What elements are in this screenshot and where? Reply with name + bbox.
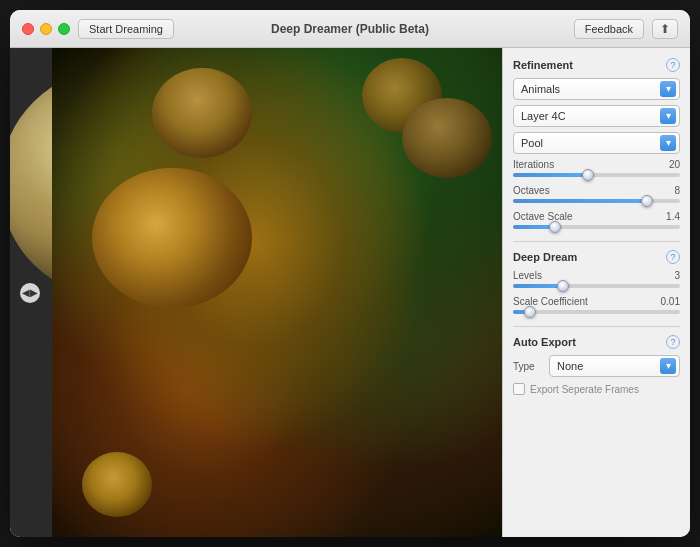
app-window: Start Dreaming Deep Dreamer (Public Beta…: [10, 10, 690, 537]
auto-export-header: Auto Export ?: [513, 335, 680, 349]
scale-coeff-label: Scale Coefficient: [513, 296, 588, 307]
iterations-value: 20: [669, 159, 680, 170]
deep-dream-help-icon[interactable]: ?: [666, 250, 680, 264]
type-select-container: None: [549, 355, 680, 377]
levels-track: [513, 284, 680, 288]
scale-coeff-value: 0.01: [661, 296, 680, 307]
levels-label: Levels: [513, 270, 542, 281]
feedback-button[interactable]: Feedback: [574, 19, 644, 39]
dog-face-1: [92, 168, 252, 308]
octave-scale-label-row: Octave Scale 1.4: [513, 211, 680, 222]
titlebar-left: Start Dreaming: [22, 19, 174, 39]
octave-scale-label: Octave Scale: [513, 211, 572, 222]
pool-select[interactable]: Pool: [513, 132, 680, 154]
dream-image: [52, 48, 502, 537]
export-frames-label: Export Seperate Frames: [530, 384, 639, 395]
maximize-button[interactable]: [58, 23, 70, 35]
pool-select-wrapper: Pool: [513, 132, 680, 154]
traffic-lights: [22, 23, 70, 35]
octaves-fill: [513, 199, 647, 203]
iterations-thumb[interactable]: [582, 169, 594, 181]
octaves-label-row: Octaves 8: [513, 185, 680, 196]
close-button[interactable]: [22, 23, 34, 35]
titlebar: Start Dreaming Deep Dreamer (Public Beta…: [10, 10, 690, 48]
animals-select[interactable]: Animals: [513, 78, 680, 100]
divider-2: [513, 326, 680, 327]
scale-coeff-slider-row: Scale Coefficient 0.01: [513, 296, 680, 314]
iterations-label: Iterations: [513, 159, 554, 170]
refinement-help-icon[interactable]: ?: [666, 58, 680, 72]
deep-dream-header: Deep Dream ?: [513, 250, 680, 264]
minimize-button[interactable]: [40, 23, 52, 35]
window-title: Deep Dreamer (Public Beta): [271, 22, 429, 36]
type-row: Type None: [513, 355, 680, 377]
scale-coeff-label-row: Scale Coefficient 0.01: [513, 296, 680, 307]
octaves-thumb[interactable]: [641, 195, 653, 207]
scale-coeff-thumb[interactable]: [524, 306, 536, 318]
dog-face-2: [152, 68, 252, 158]
octave-scale-slider-row: Octave Scale 1.4: [513, 211, 680, 229]
levels-label-row: Levels 3: [513, 270, 680, 281]
type-select-wrapper: None: [549, 355, 680, 377]
type-label: Type: [513, 361, 543, 372]
scale-coeff-track: [513, 310, 680, 314]
levels-fill: [513, 284, 563, 288]
auto-export-title: Auto Export: [513, 336, 576, 348]
layer-select-wrapper: Layer 4C: [513, 105, 680, 127]
octave-scale-thumb[interactable]: [549, 221, 561, 233]
refinement-header: Refinement ?: [513, 58, 680, 72]
octave-scale-track: [513, 225, 680, 229]
deep-dream-title: Deep Dream: [513, 251, 577, 263]
export-frames-row: Export Seperate Frames: [513, 383, 680, 395]
type-select[interactable]: None: [549, 355, 680, 377]
octaves-track: [513, 199, 680, 203]
image-area: ◀▶: [10, 48, 502, 537]
levels-slider-row: Levels 3: [513, 270, 680, 288]
auto-export-section: Auto Export ? Type None: [513, 335, 680, 395]
image-slider-arrow[interactable]: ◀▶: [20, 283, 40, 303]
octaves-slider-row: Octaves 8: [513, 185, 680, 203]
iterations-slider-row: Iterations 20: [513, 159, 680, 177]
titlebar-right: Feedback ⬆: [574, 19, 678, 39]
divider-1: [513, 241, 680, 242]
content-area: ◀▶ Refinement ? Animals Layer 4C: [10, 48, 690, 537]
deep-dream-section: Deep Dream ? Levels 3: [513, 250, 680, 314]
layer-select[interactable]: Layer 4C: [513, 105, 680, 127]
auto-export-help-icon[interactable]: ?: [666, 335, 680, 349]
share-icon: ⬆: [660, 22, 670, 36]
refinement-section: Refinement ? Animals Layer 4C: [513, 58, 680, 229]
dog-face-4: [402, 98, 492, 178]
refinement-title: Refinement: [513, 59, 573, 71]
iterations-label-row: Iterations 20: [513, 159, 680, 170]
levels-value: 3: [674, 270, 680, 281]
dog-face-5: [82, 452, 152, 517]
iterations-fill: [513, 173, 588, 177]
octave-scale-value: 1.4: [666, 211, 680, 222]
levels-thumb[interactable]: [557, 280, 569, 292]
export-frames-checkbox[interactable]: [513, 383, 525, 395]
octaves-label: Octaves: [513, 185, 550, 196]
right-panel: Refinement ? Animals Layer 4C: [502, 48, 690, 537]
share-button[interactable]: ⬆: [652, 19, 678, 39]
start-dreaming-button[interactable]: Start Dreaming: [78, 19, 174, 39]
octaves-value: 8: [674, 185, 680, 196]
animals-select-wrapper: Animals: [513, 78, 680, 100]
iterations-track: [513, 173, 680, 177]
